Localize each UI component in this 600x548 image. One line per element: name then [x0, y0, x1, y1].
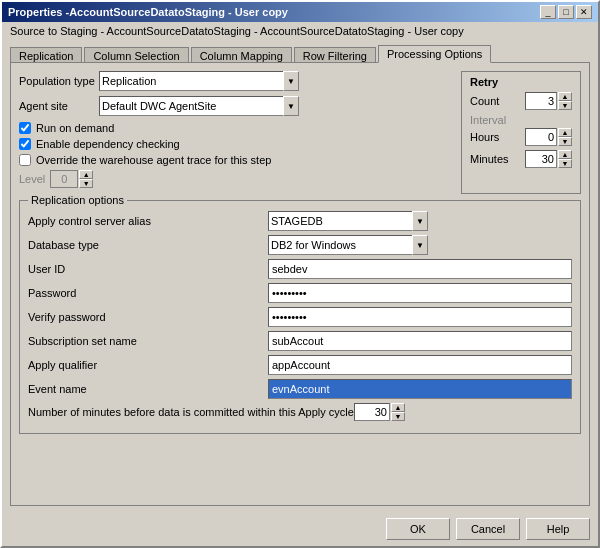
- retry-hours-spinner: ▲ ▼: [525, 128, 572, 146]
- subscription-set-input[interactable]: [268, 331, 572, 351]
- maximize-button[interactable]: □: [558, 5, 574, 19]
- minutes-before-commit-row: Number of minutes before data is committ…: [28, 403, 572, 421]
- apply-qualifier-row: Apply qualifier: [28, 355, 572, 375]
- level-row: Level ▲ ▼: [19, 170, 461, 188]
- retry-count-label: Count: [470, 95, 499, 107]
- retry-minutes-down[interactable]: ▼: [558, 159, 572, 168]
- subscription-set-label: Subscription set name: [28, 335, 268, 347]
- content-area: Population type Replication ▼ Agent site…: [10, 62, 590, 506]
- tab-processing-options[interactable]: Processing Options: [378, 45, 491, 63]
- minutes-before-commit-label: Number of minutes before data is committ…: [28, 406, 354, 418]
- bottom-bar: OK Cancel Help: [2, 514, 598, 546]
- retry-count-spinner: ▲ ▼: [525, 92, 572, 110]
- tab-bar: Replication Column Selection Column Mapp…: [2, 40, 598, 62]
- retry-minutes-spinner: ▲ ▼: [525, 150, 572, 168]
- level-up-button[interactable]: ▲: [79, 170, 93, 179]
- retry-hours-input[interactable]: [525, 128, 557, 146]
- enable-dependency-label: Enable dependency checking: [36, 138, 180, 150]
- override-trace-row: Override the warehouse agent trace for t…: [19, 154, 461, 166]
- enable-dependency-row: Enable dependency checking: [19, 138, 461, 150]
- verify-password-input[interactable]: [268, 307, 572, 327]
- level-label: Level: [19, 173, 45, 185]
- retry-box: Retry Count ▲ ▼ Interval Hours: [461, 71, 581, 194]
- retry-title: Retry: [470, 76, 572, 88]
- override-trace-label: Override the warehouse agent trace for t…: [36, 154, 271, 166]
- retry-minutes-up[interactable]: ▲: [558, 150, 572, 159]
- level-input[interactable]: [50, 170, 78, 188]
- user-id-row: User ID: [28, 259, 572, 279]
- verify-password-row: Verify password: [28, 307, 572, 327]
- population-type-wrapper: Replication ▼: [99, 71, 299, 91]
- minutes-commit-input[interactable]: [354, 403, 390, 421]
- population-type-select[interactable]: Replication: [99, 71, 299, 91]
- retry-count-input[interactable]: [525, 92, 557, 110]
- retry-count-row: Count ▲ ▼: [470, 92, 572, 110]
- apply-control-server-wrapper: STAGEDB ▼: [268, 211, 428, 231]
- level-down-button[interactable]: ▼: [79, 179, 93, 188]
- enable-dependency-checkbox[interactable]: [19, 138, 31, 150]
- event-name-label: Event name: [28, 383, 268, 395]
- ok-button[interactable]: OK: [386, 518, 450, 540]
- event-name-row: Event name: [28, 379, 572, 399]
- retry-hours-row: Hours ▲ ▼: [470, 128, 572, 146]
- agent-site-label: Agent site: [19, 100, 99, 112]
- database-type-row: Database type DB2 for Windows ▼: [28, 235, 572, 255]
- title-bar: Properties -AccountSourceDatatoStaging -…: [2, 2, 598, 22]
- population-type-label: Population type: [19, 75, 99, 87]
- apply-control-server-label: Apply control server alias: [28, 215, 268, 227]
- override-trace-checkbox[interactable]: [19, 154, 31, 166]
- minutes-commit-up[interactable]: ▲: [391, 403, 405, 412]
- title-buttons: _ □ ✕: [540, 5, 592, 19]
- agent-site-wrapper: Default DWC AgentSite ▼: [99, 96, 299, 116]
- minimize-button[interactable]: _: [540, 5, 556, 19]
- retry-count-up[interactable]: ▲: [558, 92, 572, 101]
- run-on-demand-row: Run on demand: [19, 122, 461, 134]
- breadcrumb: Source to Staging - AccountSourceDatatoS…: [2, 22, 598, 40]
- retry-minutes-input[interactable]: [525, 150, 557, 168]
- database-type-label: Database type: [28, 239, 268, 251]
- run-on-demand-label: Run on demand: [36, 122, 114, 134]
- password-row: Password: [28, 283, 572, 303]
- apply-control-server-row: Apply control server alias STAGEDB ▼: [28, 211, 572, 231]
- window-title: Properties -AccountSourceDatatoStaging -…: [8, 6, 288, 18]
- help-button[interactable]: Help: [526, 518, 590, 540]
- database-type-wrapper: DB2 for Windows ▼: [268, 235, 428, 255]
- level-spinner-wrap: ▲ ▼: [50, 170, 93, 188]
- event-name-input[interactable]: [268, 379, 572, 399]
- user-id-label: User ID: [28, 263, 268, 275]
- minutes-commit-down[interactable]: ▼: [391, 412, 405, 421]
- retry-hours-up[interactable]: ▲: [558, 128, 572, 137]
- retry-hours-label: Hours: [470, 131, 499, 143]
- password-input[interactable]: [268, 283, 572, 303]
- apply-qualifier-label: Apply qualifier: [28, 359, 268, 371]
- apply-control-server-select[interactable]: STAGEDB: [268, 211, 428, 231]
- apply-qualifier-input[interactable]: [268, 355, 572, 375]
- retry-minutes-label: Minutes: [470, 153, 509, 165]
- cancel-button[interactable]: Cancel: [456, 518, 520, 540]
- database-type-select[interactable]: DB2 for Windows: [268, 235, 428, 255]
- password-label: Password: [28, 287, 268, 299]
- minutes-commit-spinner: ▲ ▼: [354, 403, 405, 421]
- agent-site-row: Agent site Default DWC AgentSite ▼: [19, 96, 461, 116]
- group-title: Replication options: [28, 194, 127, 206]
- population-type-row: Population type Replication ▼: [19, 71, 461, 91]
- main-window: Properties -AccountSourceDatatoStaging -…: [0, 0, 600, 548]
- level-spinner-buttons: ▲ ▼: [79, 170, 93, 188]
- retry-minutes-row: Minutes ▲ ▼: [470, 150, 572, 168]
- subscription-set-row: Subscription set name: [28, 331, 572, 351]
- verify-password-label: Verify password: [28, 311, 268, 323]
- retry-hours-down[interactable]: ▼: [558, 137, 572, 146]
- close-button[interactable]: ✕: [576, 5, 592, 19]
- interval-label: Interval: [470, 114, 572, 126]
- retry-count-down[interactable]: ▼: [558, 101, 572, 110]
- user-id-input[interactable]: [268, 259, 572, 279]
- run-on-demand-checkbox[interactable]: [19, 122, 31, 134]
- replication-options-group: Replication options Apply control server…: [19, 200, 581, 434]
- agent-site-select[interactable]: Default DWC AgentSite: [99, 96, 299, 116]
